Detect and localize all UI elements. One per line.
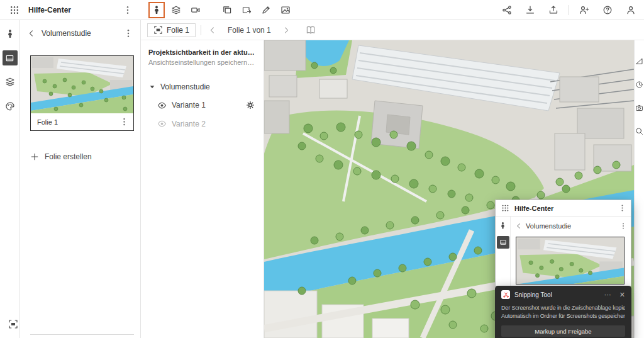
slide-menu-button[interactable]: [116, 114, 132, 130]
snipping-tool-icon: [501, 290, 510, 299]
export-button[interactable]: [545, 2, 562, 18]
visibility-title: Projektsichtbarkeit in der aktuellen ...: [148, 48, 256, 56]
viewpoint-tool-button[interactable]: [148, 2, 165, 18]
kebab-icon: [119, 117, 129, 127]
daylight-button[interactable]: [635, 80, 644, 89]
variant-row-1[interactable]: Variante 1: [148, 99, 256, 111]
layer-group-toggle[interactable]: Volumenstudie: [148, 82, 256, 91]
next-slide-button[interactable]: [280, 24, 292, 37]
markup-share-button[interactable]: Markup und Freigabe: [501, 325, 625, 337]
main-toolbar: [141, 2, 294, 18]
rail-viewpoints-button[interactable]: [2, 26, 18, 42]
slide-label: Folie 1: [37, 118, 116, 126]
eye-icon[interactable]: [157, 101, 167, 110]
screenshot-button[interactable]: [635, 103, 644, 112]
insert-image-button[interactable]: [277, 2, 294, 18]
edit-tool-button[interactable]: [258, 2, 274, 18]
share-button[interactable]: [499, 2, 515, 18]
slide-export-icon: [242, 5, 252, 15]
plus-icon: [30, 152, 39, 161]
map-tools-rail: [634, 40, 644, 338]
slide-frame-icon: [153, 25, 163, 35]
map-search-button[interactable]: [635, 127, 644, 135]
rail-frame-button[interactable]: [5, 316, 21, 332]
kebab-icon: [123, 28, 133, 38]
chevron-left-icon: [27, 29, 36, 38]
captured-screenshot-overlay: Hilfe-Center: [495, 200, 631, 286]
layers-tool-button[interactable]: [168, 2, 184, 18]
rail-slides-button-active[interactable]: [3, 50, 18, 65]
caret-down-icon: [148, 83, 156, 91]
pegman-icon: [5, 29, 15, 39]
header-actions: [499, 2, 644, 18]
slides-panel-title: Volumenstudie: [42, 29, 116, 38]
share-icon: [502, 5, 512, 15]
slide-frame-icon: [8, 319, 18, 329]
variant-label: Variante 1: [172, 101, 206, 110]
previous-slide-button[interactable]: [206, 24, 219, 37]
elevation-profile-button[interactable]: [635, 57, 644, 65]
gear-icon: [246, 101, 255, 110]
layer-group-label: Volumenstudie: [160, 82, 210, 91]
person-icon: [626, 5, 636, 15]
help-button[interactable]: [599, 2, 616, 18]
chevron-right-icon: [282, 26, 291, 35]
clock-icon: [635, 81, 643, 89]
toast-message: Der Screenshot wurde in die Zwischenabla…: [501, 304, 625, 320]
app-header: Hilfe-Center: [0, 0, 141, 20]
slides-panel-menu-button[interactable]: [120, 25, 136, 42]
overlay-thumbnail-map: [516, 237, 624, 284]
pegman-icon: [152, 5, 162, 15]
overlay-header: Hilfe-Center: [496, 200, 631, 217]
chevron-left-icon: [515, 222, 523, 230]
header-separator: [569, 5, 569, 15]
overlay-slide-thumbnail: [516, 237, 625, 284]
kebab-icon: [618, 204, 626, 212]
slide-nav-bar: Folie 1 Folie 1 von 1: [141, 20, 644, 40]
create-slide-label: Folie erstellen: [45, 152, 92, 161]
duplicate-icon: [222, 5, 232, 15]
palette-icon: [5, 101, 15, 111]
back-button[interactable]: [25, 27, 38, 40]
rail-layers-button[interactable]: [2, 74, 18, 90]
duplicate-slide-button[interactable]: [219, 2, 235, 18]
flipbook-button[interactable]: [303, 22, 319, 38]
overlay-slides-tile: [497, 236, 509, 249]
variant-row-2[interactable]: Variante 2: [148, 119, 256, 128]
book-icon: [306, 25, 316, 35]
collaborate-button[interactable]: [576, 2, 592, 18]
grid-icon: [501, 204, 509, 212]
download-icon: [525, 5, 535, 15]
slides-panel-header: Volumenstudie: [20, 20, 140, 47]
account-button[interactable]: [623, 2, 639, 18]
snipping-tool-toast: Snipping Tool ⋯ ✕ Der Screenshot wurde i…: [495, 286, 631, 338]
overlay-app-title: Hilfe-Center: [514, 205, 613, 212]
add-person-icon: [579, 5, 589, 15]
help-icon: [602, 5, 613, 15]
toast-line-2: Automatisch im Ordner für Screenshots ge…: [501, 312, 625, 320]
toast-header: Snipping Tool ⋯ ✕: [501, 290, 625, 299]
image-icon: [280, 5, 291, 15]
eye-off-icon[interactable]: [157, 119, 167, 128]
chevron-left-icon: [208, 26, 217, 35]
toast-close-button[interactable]: ✕: [619, 291, 625, 298]
toast-more-button[interactable]: ⋯: [604, 291, 611, 298]
save-icon: [548, 5, 558, 15]
app-launcher-button[interactable]: [6, 2, 23, 18]
header-menu-button[interactable]: [119, 2, 136, 18]
slide-thumbnail: [31, 56, 133, 113]
overlay-panel-header: Volumenstudie: [511, 217, 631, 235]
overlay-rail: [496, 217, 511, 286]
create-slide-button[interactable]: Folie erstellen: [30, 152, 92, 161]
variant-settings-button[interactable]: [245, 99, 256, 111]
rail-style-button[interactable]: [2, 98, 18, 115]
slides-icon: [5, 54, 14, 63]
pegman-icon: [499, 222, 507, 230]
import-button[interactable]: [522, 2, 538, 18]
grid-icon: [9, 5, 19, 15]
animation-tool-button[interactable]: [187, 2, 204, 18]
video-camera-icon: [191, 5, 201, 15]
export-slide-button[interactable]: [238, 2, 255, 18]
current-slide-chip[interactable]: Folie 1: [147, 23, 196, 37]
slide-card-selected[interactable]: Folie 1: [30, 55, 134, 131]
